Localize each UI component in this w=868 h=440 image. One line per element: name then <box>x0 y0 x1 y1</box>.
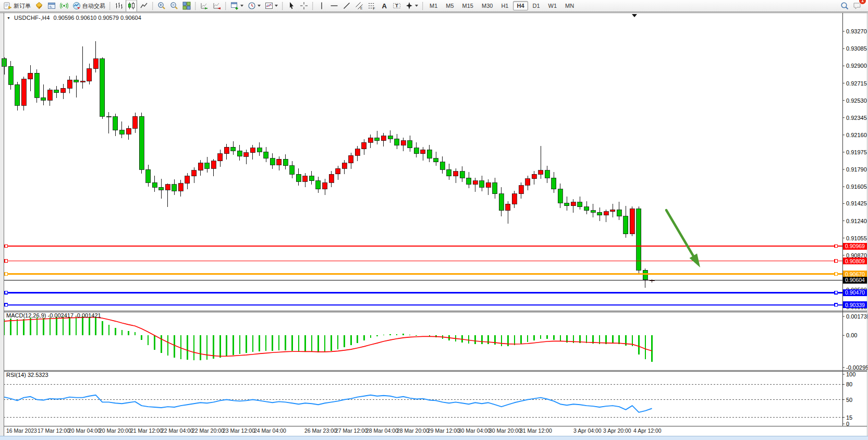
periods-button[interactable] <box>246 0 262 12</box>
svg-text:50: 50 <box>846 397 852 403</box>
svg-text:0.91240: 0.91240 <box>846 218 867 224</box>
equidistant-channel-button[interactable]: E <box>353 0 365 12</box>
text-label-icon: T <box>393 2 401 10</box>
toolbar-separator <box>225 2 226 10</box>
auto-scroll-icon <box>200 2 209 10</box>
metaquotes-button[interactable] <box>33 0 45 12</box>
chevron-down-icon[interactable] <box>240 5 243 7</box>
search-button[interactable] <box>839 0 850 12</box>
svg-text:0.90969: 0.90969 <box>845 243 865 249</box>
toolbar-separator <box>312 2 313 10</box>
chart-shift-button[interactable] <box>211 0 223 12</box>
chart-canvas[interactable]: 0.932700.930850.929000.927150.925300.923… <box>0 0 868 440</box>
svg-text:F: F <box>373 7 375 10</box>
timeframe-M1[interactable]: M1 <box>426 1 441 10</box>
notifications-button[interactable]: 1 <box>851 0 863 12</box>
timeframe-M5[interactable]: M5 <box>442 1 457 10</box>
time-axis-label: 30 Mar 20:00 <box>489 427 521 434</box>
svg-text:0.90470: 0.90470 <box>845 289 865 296</box>
chart-ohlc-values: 0.90596 0.90610 0.90579 0.90604 <box>54 15 141 21</box>
zoom-in-button[interactable] <box>156 0 167 12</box>
tile-windows-button[interactable] <box>181 0 192 12</box>
new-order-button[interactable]: 新订单 <box>2 0 32 12</box>
svg-text:0.001739: 0.001739 <box>846 313 868 320</box>
rsi-indicator-label: RSI(14) 32.5323 <box>6 372 48 378</box>
chevron-down-icon[interactable] <box>258 5 261 7</box>
bar-chart-icon <box>115 2 123 10</box>
signals-button[interactable] <box>58 0 70 12</box>
zoom-out-button[interactable] <box>168 0 180 12</box>
timeframe-H4[interactable]: H4 <box>513 1 528 10</box>
time-axis-label: 29 Mar 12:00 <box>427 427 460 434</box>
svg-text:0.90809: 0.90809 <box>845 258 865 264</box>
timeframe-W1[interactable]: W1 <box>545 1 561 10</box>
svg-text:E: E <box>360 6 363 10</box>
time-axis-label: 28 Mar 04:00 <box>366 427 398 434</box>
zoom-out-icon <box>170 2 178 10</box>
svg-text:A: A <box>382 2 387 10</box>
time-axis[interactable]: 16 Mar 202317 Mar 12:0020 Mar 04:0020 Ma… <box>4 427 842 435</box>
svg-text:T: T <box>395 3 398 8</box>
chevron-down-icon[interactable] <box>415 5 418 7</box>
periods-icon <box>248 2 256 10</box>
svg-text:0.93270: 0.93270 <box>846 28 867 34</box>
line-chart-button[interactable] <box>138 0 150 12</box>
text-label-button[interactable]: T <box>391 0 402 12</box>
time-axis-label: 26 Mar 23:00 <box>304 427 337 434</box>
candlestick-chart-button[interactable] <box>126 0 137 12</box>
toolbar-separator <box>152 2 153 10</box>
mt4-window: 新订单自动交易EFATM1M5M15M30H1H4D1W1MN1 0.93270… <box>0 0 868 440</box>
new-chart-button[interactable] <box>229 0 245 12</box>
trend-line-button[interactable] <box>341 0 352 12</box>
svg-text:0.00: 0.00 <box>846 332 857 338</box>
time-axis-label: 30 Mar 04:00 <box>458 427 491 434</box>
horizontal-line-icon <box>330 2 338 10</box>
new-order-button-label: 新订单 <box>14 2 31 10</box>
signals-icon <box>60 2 68 10</box>
autotrade-button-label: 自动交易 <box>82 2 105 10</box>
line-chart-icon <box>140 2 148 10</box>
text-button[interactable]: A <box>378 0 390 12</box>
time-axis-label: 20 Mar 20:00 <box>99 427 131 434</box>
chart-symbol-period: USDCHF-,H4 <box>14 15 50 21</box>
templates-button[interactable] <box>263 0 279 12</box>
bar-chart-button[interactable] <box>113 0 125 12</box>
svg-text:0.92530: 0.92530 <box>846 97 867 104</box>
svg-text:15: 15 <box>846 414 852 421</box>
chart-menu-icon[interactable] <box>7 15 10 21</box>
fibonacci-icon: F <box>368 2 376 10</box>
crosshair-button[interactable] <box>298 0 310 12</box>
fibonacci-button[interactable]: F <box>366 0 377 12</box>
time-axis-label: 20 Mar 04:00 <box>68 427 101 434</box>
text-icon: A <box>380 2 388 10</box>
timeframe-H1[interactable]: H1 <box>497 1 512 10</box>
toolbar-separator <box>422 2 423 10</box>
timeframe-MN[interactable]: MN <box>561 1 578 10</box>
time-axis-label: 22 Mar 04:00 <box>161 427 193 434</box>
time-axis-label: 4 Apr 12:00 <box>633 427 662 434</box>
search-icon <box>840 2 849 10</box>
timeframe-M30[interactable]: M30 <box>478 1 496 10</box>
vertical-line-button[interactable] <box>316 0 327 12</box>
timeframe-M15[interactable]: M15 <box>459 1 477 10</box>
time-axis-label: 17 Mar 12:00 <box>38 427 70 434</box>
autotrade-button[interactable]: 自动交易 <box>71 0 107 12</box>
time-axis-label: 28 Mar 20:00 <box>397 427 429 434</box>
arrows-button[interactable] <box>404 0 420 12</box>
market-watch-icon <box>47 2 56 10</box>
svg-text:0.91055: 0.91055 <box>846 235 867 241</box>
market-watch-button[interactable] <box>46 0 57 12</box>
time-axis-label: 24 Mar 04:00 <box>254 427 286 434</box>
time-axis-label: 16 Mar 2023 <box>6 427 37 434</box>
cursor-button[interactable] <box>286 0 297 12</box>
chart-background[interactable] <box>0 13 868 436</box>
chevron-down-icon[interactable] <box>275 5 278 7</box>
auto-scroll-button[interactable] <box>199 0 210 12</box>
horizontal-line-button[interactable] <box>328 0 340 12</box>
autotrade-icon <box>72 2 81 10</box>
timeframe-D1[interactable]: D1 <box>529 1 544 10</box>
crosshair-icon <box>300 2 308 10</box>
svg-text:0.90670: 0.90670 <box>845 271 865 277</box>
notification-count-badge: 1 <box>859 0 866 4</box>
equidistant-channel-icon: E <box>355 2 363 10</box>
